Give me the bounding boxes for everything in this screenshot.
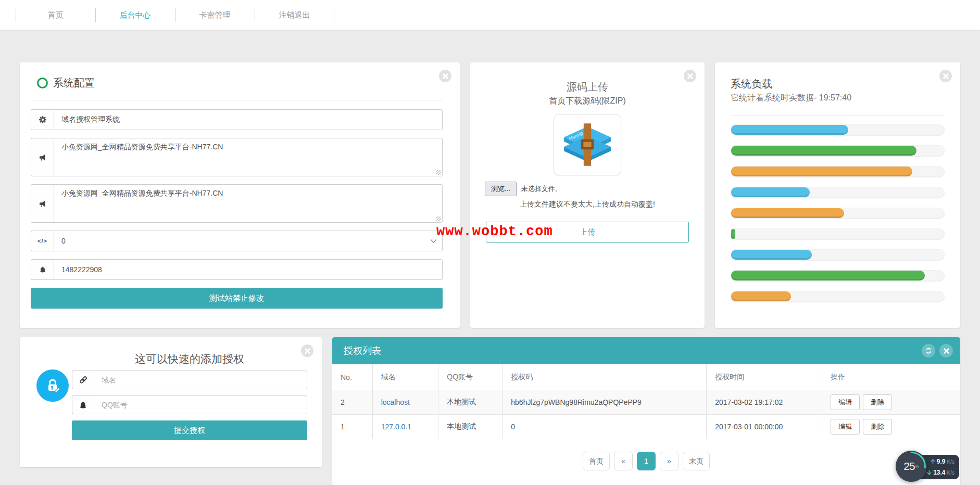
code-icon: </>	[31, 231, 54, 251]
qq-penguin-icon	[72, 395, 94, 414]
load-subtitle: 它统计着系统时实数据- 19:57:40	[731, 93, 945, 104]
cell-qq: 本地测试	[438, 415, 502, 439]
load-bar-track	[731, 270, 945, 281]
bullhorn-icon	[31, 138, 54, 176]
panel-title: 系统配置	[53, 76, 95, 90]
browse-button[interactable]: 浏览...	[485, 182, 517, 196]
bell-icon	[31, 259, 54, 280]
upload-button[interactable]: 上传	[486, 222, 689, 242]
speed-unit: K/s	[947, 459, 954, 465]
quick-auth-title: 这可以快速的添加授权	[72, 352, 307, 366]
domain-link[interactable]: localhost	[372, 390, 438, 415]
auth-table: No.域名QQ账号授权码授权时间操作 2localhost本地测试hb6hJlz…	[332, 364, 960, 439]
load-bar-track	[731, 124, 945, 135]
column-header: QQ账号	[438, 364, 502, 390]
edit-button[interactable]: 编辑	[831, 394, 860, 410]
nav-item-4[interactable]: 注销退出	[255, 0, 334, 30]
speed-percent-circle[interactable]: 25 %	[896, 451, 927, 482]
column-header: 授权时间	[707, 364, 822, 390]
nav-item-label: 后台中心	[120, 10, 151, 19]
page-content: 系统配置 小兔资源网_全网精品资源免费共享平台-NH77.CN	[0, 30, 980, 485]
config-submit-button[interactable]: 测试站禁止修改	[31, 288, 443, 309]
code-select-value: 0	[61, 237, 66, 245]
system-config-panel: 系统配置 小兔资源网_全网精品资源免费共享平台-NH77.CN	[20, 62, 460, 328]
domain-input[interactable]	[94, 371, 307, 389]
close-icon[interactable]	[439, 70, 451, 82]
cell-actions: 编辑删除	[822, 415, 960, 439]
qq-account-input[interactable]	[94, 395, 307, 414]
nav-item-1[interactable]: 首页	[16, 0, 95, 30]
auth-list-title: 授权列表	[344, 344, 918, 357]
page-button-3[interactable]: 1	[637, 452, 656, 470]
system-load-panel: 系统负载 它统计着系统时实数据- 19:57:40	[715, 62, 960, 328]
config-ring-icon	[37, 78, 48, 88]
load-bar-track	[731, 291, 945, 302]
load-bar-track	[731, 228, 945, 239]
cell-auth-code: 0	[502, 415, 707, 439]
download-speed: 13.4	[933, 469, 945, 476]
load-bar-track	[731, 208, 945, 219]
zip-file-icon: Haozip	[554, 114, 621, 175]
cell-auth-code: hb6hJlzg7pWBNg98Rimu2aQPQPePP9	[502, 390, 707, 415]
close-icon[interactable]	[939, 344, 953, 358]
source-upload-panel: 源码上传 首页下载源码(限ZIP) Haozip 浏览... 未选择文件。 上	[470, 62, 705, 328]
edit-button[interactable]: 编辑	[831, 419, 860, 435]
load-bar-track	[731, 187, 945, 198]
cell-actions: 编辑删除	[822, 390, 960, 415]
load-bar-track	[731, 249, 945, 260]
load-bar-fill	[731, 208, 844, 218]
upload-speed: 9.9	[937, 458, 946, 465]
site-name-input[interactable]	[54, 109, 443, 130]
load-bar-track	[731, 166, 945, 177]
upload-hint: 上传文件建议不要太大,上传成功自动覆盖!	[486, 200, 689, 209]
page-button-1[interactable]: 首页	[583, 452, 610, 470]
page-button-5[interactable]: 末页	[683, 452, 710, 470]
close-icon[interactable]	[939, 70, 952, 82]
delete-button[interactable]: 删除	[863, 419, 892, 435]
lock-edit-icon	[36, 369, 69, 402]
nav-item-2[interactable]: 后台中心	[95, 0, 175, 30]
bullhorn-icon	[31, 184, 54, 223]
cell-no: 1	[332, 415, 372, 439]
column-header: 操作	[822, 364, 960, 390]
nav-item-label: 首页	[48, 10, 64, 19]
pagination: 首页«1»末页	[332, 439, 960, 485]
load-bar-fill	[731, 291, 791, 301]
load-bars	[731, 124, 945, 302]
table-row: 1127.0.0.1本地测试02017-03-01 00:00:00编辑删除	[332, 415, 960, 439]
page-button-4[interactable]: »	[660, 452, 679, 470]
network-speed-widget[interactable]: 9.9K/s 13.4K/s 25 %	[896, 451, 959, 483]
cell-auth-time: 2017-03-02 19:17:02	[707, 390, 822, 415]
notice-textarea-1[interactable]: 小兔资源网_全网精品资源免费共享平台-NH77.CN	[54, 138, 443, 176]
quick-auth-submit-button[interactable]: 提交授权	[72, 420, 307, 440]
load-title: 系统负载	[731, 77, 945, 91]
load-bar-track	[731, 145, 945, 156]
load-bar-fill	[731, 271, 925, 280]
nav-item-label: 注销退出	[279, 10, 310, 19]
nav-item-3[interactable]: 卡密管理	[175, 0, 255, 30]
qq-number-input[interactable]	[54, 259, 443, 280]
auth-list-panel: 授权列表 No.域名QQ账号授权码	[332, 337, 960, 485]
speed-unit: K/s	[947, 470, 954, 476]
domain-link[interactable]: 127.0.0.1	[372, 415, 438, 439]
cell-auth-time: 2017-03-01 00:00:00	[707, 415, 822, 439]
close-icon[interactable]	[684, 70, 696, 82]
load-bar-fill	[731, 229, 735, 239]
cell-no: 2	[332, 390, 372, 415]
link-icon	[72, 371, 94, 389]
nav-item-label: 卡密管理	[199, 10, 231, 19]
chevron-down-icon	[430, 239, 437, 244]
code-select[interactable]: 0	[54, 231, 443, 251]
load-bar-fill	[731, 146, 916, 156]
load-bar-fill	[731, 125, 848, 135]
page-button-2[interactable]: «	[614, 452, 633, 470]
refresh-icon[interactable]	[922, 344, 935, 358]
table-row: 2localhost本地测试hb6hJlzg7pWBNg98Rimu2aQPQP…	[332, 390, 960, 415]
top-navigation-bar: 首页后台中心卡密管理注销退出	[0, 0, 980, 30]
load-bar-fill	[731, 187, 810, 197]
gear-icon	[31, 109, 54, 130]
notice-textarea-2[interactable]: 小兔资源网_全网精品资源免费共享平台-NH77.CN	[54, 184, 443, 223]
close-icon[interactable]	[301, 344, 313, 357]
nav-menu: 首页后台中心卡密管理注销退出	[16, 0, 980, 30]
delete-button[interactable]: 删除	[863, 394, 892, 410]
